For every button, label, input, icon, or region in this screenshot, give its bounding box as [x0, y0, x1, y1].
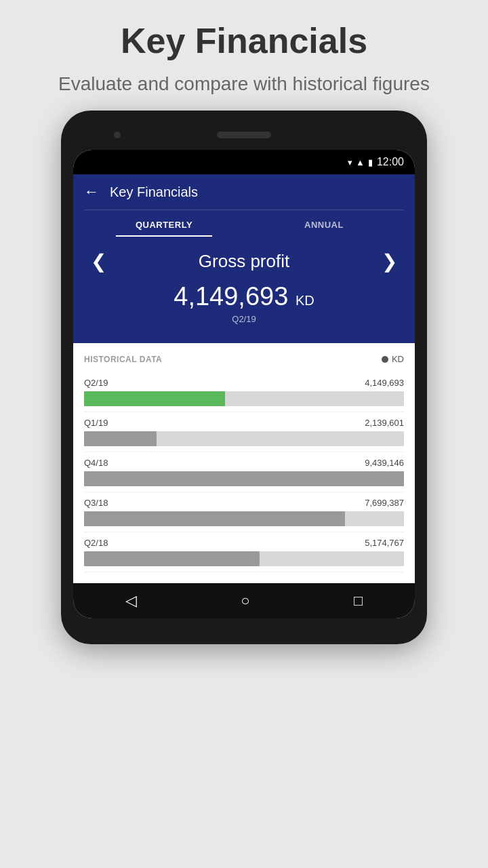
bar-fill	[84, 551, 260, 566]
legend-dot	[382, 356, 388, 363]
phone-screen: ▾ ▲ ▮ 12:00 ← Key Financials QUARTERLY A…	[73, 150, 415, 618]
tab-quarterly[interactable]: QUARTERLY	[84, 210, 244, 237]
bar-fill	[84, 471, 404, 486]
metric-name: Gross profit	[199, 251, 289, 272]
bar-container	[84, 471, 404, 486]
back-button[interactable]: ←	[84, 183, 99, 201]
chart-value: 9,439,146	[365, 458, 404, 468]
next-metric-button[interactable]: ❯	[375, 250, 404, 273]
historical-header: HISTORICAL DATA KD	[84, 354, 404, 364]
chart-row-header: Q1/19 2,139,601	[84, 418, 404, 428]
historical-title: HISTORICAL DATA	[84, 355, 162, 364]
phone-top-bar	[73, 123, 415, 147]
nav-recent-button[interactable]: □	[354, 592, 363, 610]
signal-icon: ▲	[356, 157, 365, 167]
bar-container	[84, 551, 404, 566]
bar-fill	[84, 391, 225, 406]
legend: KD	[382, 354, 404, 364]
battery-icon: ▮	[368, 157, 373, 167]
app-toolbar: ← Key Financials	[84, 174, 404, 210]
bar-container	[84, 391, 404, 406]
chart-value: 7,699,387	[365, 498, 404, 508]
tab-annual[interactable]: ANNUAL	[244, 210, 404, 237]
chart-period: Q1/19	[84, 418, 108, 428]
chart-row: Q4/18 9,439,146	[84, 452, 404, 492]
status-time: 12:00	[377, 156, 404, 168]
phone-bottom	[73, 618, 415, 632]
metric-value: 4,149,693 KD	[84, 282, 404, 311]
tabs-bar: QUARTERLY ANNUAL	[84, 210, 404, 237]
page-subtitle: Evaluate and compare with historical fig…	[58, 71, 430, 97]
status-icons: ▾ ▲ ▮	[348, 157, 373, 167]
metric-nav: ❮ Gross profit ❯	[84, 250, 404, 273]
nav-home-button[interactable]: ○	[241, 592, 249, 610]
chart-rows: Q2/19 4,149,693 Q1/19 2,139,601 Q4/18 9,…	[84, 372, 404, 572]
metric-period: Q2/19	[84, 314, 404, 324]
chart-row: Q1/19 2,139,601	[84, 412, 404, 452]
chart-row-header: Q4/18 9,439,146	[84, 458, 404, 468]
chart-value: 5,174,767	[365, 538, 404, 548]
prev-metric-button[interactable]: ❮	[84, 250, 113, 273]
chart-period: Q2/18	[84, 538, 108, 548]
chart-row-header: Q2/19 4,149,693	[84, 378, 404, 388]
chart-period: Q4/18	[84, 458, 108, 468]
app-header: ← Key Financials QUARTERLY ANNUAL	[73, 174, 415, 237]
historical-section: HISTORICAL DATA KD Q2/19 4,149,693 Q1/19	[73, 343, 415, 583]
phone-frame: ▾ ▲ ▮ 12:00 ← Key Financials QUARTERLY A…	[61, 111, 427, 644]
chart-value: 2,139,601	[365, 418, 404, 428]
chart-row: Q3/18 7,699,387	[84, 492, 404, 532]
bar-fill	[84, 431, 157, 446]
chart-value: 4,149,693	[365, 378, 404, 388]
wifi-icon: ▾	[348, 157, 352, 167]
metric-unit: KD	[296, 293, 314, 308]
chart-period: Q3/18	[84, 498, 108, 508]
bar-fill	[84, 511, 345, 526]
nav-back-button[interactable]: ◁	[125, 592, 137, 610]
chart-row-header: Q2/18 5,174,767	[84, 538, 404, 548]
phone-camera	[114, 132, 121, 138]
bar-container	[84, 511, 404, 526]
page-title: Key Financials	[58, 20, 430, 61]
legend-label: KD	[392, 354, 404, 364]
app-bar-title: Key Financials	[110, 184, 198, 200]
metric-section: ❮ Gross profit ❯ 4,149,693 KD Q2/19	[73, 237, 415, 343]
chart-row: Q2/19 4,149,693	[84, 372, 404, 412]
status-bar: ▾ ▲ ▮ 12:00	[73, 150, 415, 174]
bar-container	[84, 431, 404, 446]
page-header: Key Financials Evaluate and compare with…	[18, 0, 470, 111]
chart-row: Q2/18 5,174,767	[84, 532, 404, 572]
chart-row-header: Q3/18 7,699,387	[84, 498, 404, 508]
chart-period: Q2/19	[84, 378, 108, 388]
phone-speaker	[217, 132, 271, 138]
bottom-nav: ◁ ○ □	[73, 583, 415, 618]
